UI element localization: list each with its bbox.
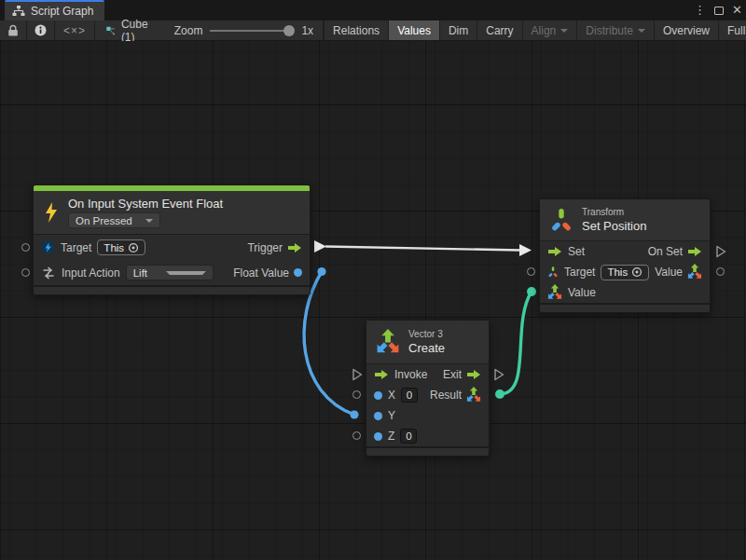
lightning-bolt-icon (43, 201, 60, 224)
sp-target-object-field[interactable]: This (601, 265, 649, 280)
y-in-port[interactable] (350, 410, 358, 418)
set-position-category: Transform (582, 207, 646, 217)
y-row: Y (366, 405, 489, 426)
graph-context-label: Cube (1) (121, 18, 152, 44)
wire-trigger-to-set[interactable] (325, 247, 520, 251)
vector3-icon[interactable] (547, 284, 562, 301)
exit-out-port[interactable] (493, 368, 504, 381)
wire-result-to-value[interactable] (500, 292, 532, 394)
set-in-port[interactable] (519, 244, 532, 256)
info-icon (35, 24, 47, 36)
script-machine-icon (41, 240, 55, 254)
vector3-title: Create (408, 341, 445, 355)
z-row: Z 0 (366, 426, 489, 446)
invoke-label: Invoke (394, 368, 427, 381)
chevron-down-icon (638, 29, 645, 33)
vector3-icon[interactable] (687, 264, 702, 280)
carry-button[interactable]: Carry (477, 20, 522, 40)
lock-button[interactable] (0, 20, 27, 40)
menu-icon[interactable]: ⋮ (694, 0, 706, 20)
float-value-port[interactable] (294, 268, 302, 277)
overview-button[interactable]: Overview (655, 20, 719, 40)
flow-arrow-icon[interactable] (374, 369, 389, 380)
set-position-value-row: Value (540, 282, 710, 303)
relations-button[interactable]: Relations (325, 20, 389, 40)
z-value-field[interactable]: 0 (400, 429, 417, 444)
object-picker-icon[interactable] (631, 266, 642, 278)
target-object-field[interactable]: This (97, 239, 145, 255)
tab-script-graph[interactable]: Script Graph (5, 0, 104, 20)
invoke-in-port[interactable] (352, 368, 363, 381)
x-value-field[interactable]: 0 (401, 388, 418, 403)
event-node-header[interactable]: On Input System Event Float On Pressed (34, 191, 310, 234)
z-port[interactable] (374, 432, 382, 441)
title-bar: Script Graph ⋮ ✕ (0, 0, 746, 20)
float-value-label: Float Value (233, 266, 289, 280)
z-in-port[interactable] (352, 431, 361, 440)
x-port[interactable] (374, 391, 382, 400)
close-icon[interactable]: ✕ (732, 0, 742, 20)
flow-arrow-icon[interactable] (466, 369, 481, 380)
exit-label: Exit (443, 368, 462, 381)
distribute-dropdown[interactable]: Distribute (577, 20, 655, 40)
chevron-down-icon (166, 271, 206, 275)
event-mode-dropdown[interactable]: On Pressed (68, 212, 160, 228)
values-button[interactable]: Values (389, 20, 440, 40)
zoom-slider-track[interactable] (210, 30, 294, 32)
wire-floatvalue-to-y[interactable] (304, 272, 354, 416)
graph-context-button[interactable]: Cube (1) (95, 20, 165, 40)
dim-button[interactable]: Dim (440, 20, 477, 40)
graph-toolbar: <×> Cube (1) Zoom 1x Relations Values Di… (0, 20, 746, 41)
zoom-slider-handle[interactable] (283, 25, 295, 36)
sp-value-out-port[interactable] (716, 267, 725, 276)
invoke-row: Invoke Exit (366, 364, 489, 385)
vector3-icon[interactable] (466, 387, 481, 403)
y-port[interactable] (374, 412, 382, 420)
vector3-header[interactable]: Vector 3 Create (366, 321, 489, 363)
flow-arrow-icon[interactable] (547, 246, 562, 257)
sp-target-label: Target (564, 266, 595, 279)
zoom-slider[interactable] (210, 25, 294, 36)
zoom-label: Zoom (174, 24, 203, 37)
target-label: Target (61, 241, 91, 254)
x-row: X 0 Result (366, 385, 489, 405)
set-position-node[interactable]: Transform Set Position Set On Set (539, 198, 711, 313)
inspect-button[interactable] (27, 20, 55, 40)
y-label: Y (388, 409, 395, 422)
vector3-footer (366, 446, 489, 456)
event-target-in-port[interactable] (21, 243, 30, 252)
vector3-create-node[interactable]: Vector 3 Create Invoke Exit (366, 320, 490, 457)
tab-label: Script Graph (31, 5, 93, 18)
sp-target-in-port[interactable] (527, 267, 535, 276)
sp-value-out-label: Value (655, 266, 683, 279)
trigger-label: Trigger (247, 241, 283, 254)
event-node-footer (34, 285, 310, 294)
value-in-port[interactable] (527, 287, 536, 296)
code-icon: <×> (63, 24, 86, 37)
result-out-port[interactable] (495, 389, 504, 399)
event-input-action-in-port[interactable] (21, 268, 30, 277)
input-action-dropdown[interactable]: Lift (126, 265, 214, 280)
object-picker-icon[interactable] (128, 242, 139, 253)
flow-arrow-icon[interactable] (287, 242, 302, 253)
flow-arrow-icon[interactable] (687, 246, 702, 257)
trigger-out-port[interactable] (314, 240, 326, 253)
result-label: Result (430, 389, 462, 402)
on-set-out-port[interactable] (715, 245, 726, 258)
set-position-header[interactable]: Transform Set Position (540, 199, 710, 240)
zoom-control: Zoom 1x (165, 20, 324, 40)
full-screen-button[interactable]: Full Screen (719, 20, 746, 40)
event-node[interactable]: On Input System Event Float On Pressed T… (33, 184, 311, 295)
x-in-port[interactable] (352, 390, 361, 399)
code-preview-button[interactable]: <×> (55, 20, 95, 40)
graph-canvas[interactable]: On Input System Event Float On Pressed T… (0, 41, 746, 560)
event-target-row: Target This Trigger (34, 235, 310, 260)
align-dropdown[interactable]: Align (523, 20, 578, 40)
graph-icon (12, 6, 25, 17)
maximize-icon[interactable] (714, 7, 724, 15)
float-value-out-port[interactable] (317, 267, 325, 276)
event-node-title: On Input System Event Float (68, 197, 223, 211)
set-label: Set (568, 245, 585, 258)
chevron-down-icon (560, 29, 568, 33)
graph-context-icon (106, 24, 116, 37)
